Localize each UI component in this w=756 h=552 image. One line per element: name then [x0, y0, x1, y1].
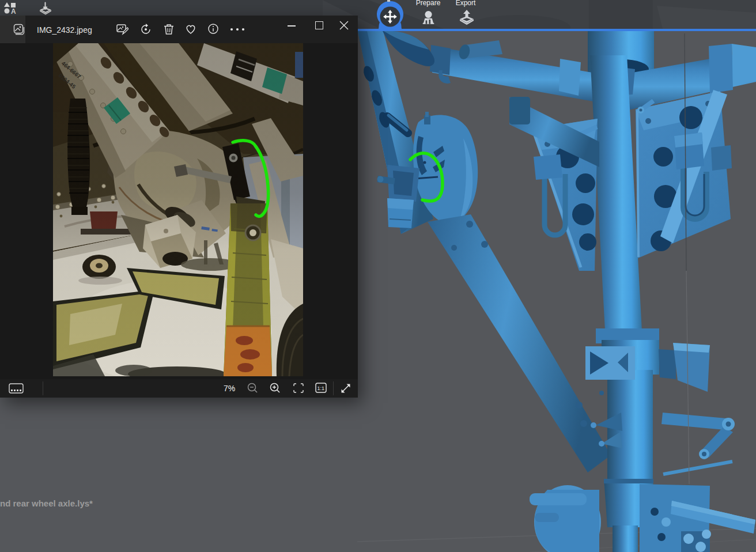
svg-text:1:1: 1:1	[317, 385, 324, 391]
svg-text:A: A	[11, 7, 16, 15]
